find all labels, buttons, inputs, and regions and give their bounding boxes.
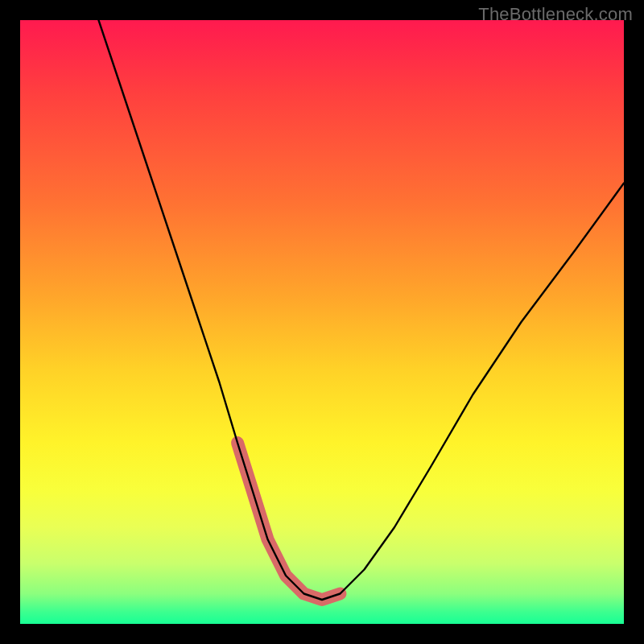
watermark-text: TheBottleneck.com <box>478 4 633 25</box>
chart-stage: TheBottleneck.com <box>0 0 644 644</box>
plot-area <box>20 20 624 624</box>
bottleneck-curve <box>99 20 625 600</box>
curve-layer <box>20 20 624 624</box>
valley-highlight <box>237 443 341 600</box>
